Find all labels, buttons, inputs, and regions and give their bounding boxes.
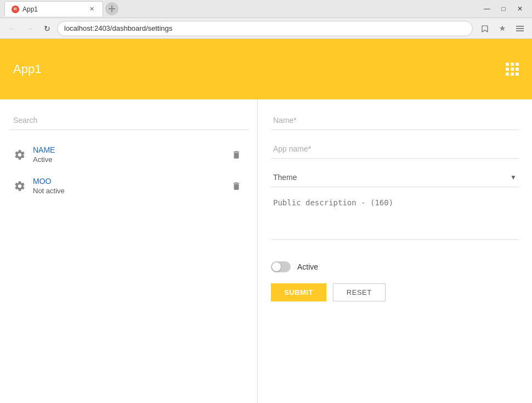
name-field — [271, 110, 519, 130]
toggle-knob — [272, 262, 281, 271]
active-row: Active — [271, 261, 519, 272]
app-info: MOO Not active — [33, 177, 222, 195]
gear-icon — [13, 180, 26, 193]
forward-button[interactable]: → — [22, 21, 37, 36]
nav-bar: ← → ↻ — [0, 18, 532, 38]
list-item[interactable]: NAME Active — [9, 139, 248, 170]
search-input[interactable] — [9, 110, 248, 130]
theme-label: Theme — [273, 173, 510, 182]
svg-rect-3 — [516, 28, 524, 29]
close-button[interactable]: ✕ — [512, 1, 528, 16]
grid-icon[interactable] — [506, 63, 519, 76]
app-name: NAME — [33, 145, 222, 154]
left-panel: NAME Active MOO Not active — [0, 99, 258, 403]
window-controls: — □ ✕ — [479, 1, 528, 16]
address-bar[interactable] — [57, 21, 473, 36]
app-name: MOO — [33, 177, 222, 186]
reset-button[interactable]: RESET — [333, 283, 386, 301]
chevron-down-icon: ▼ — [510, 173, 517, 181]
app-name-field — [271, 139, 519, 159]
app-info: NAME Active — [33, 145, 222, 164]
svg-rect-1 — [109, 8, 115, 9]
app-header: App1 — [0, 39, 532, 99]
browser-chrome: R App1 ✕ — □ ✕ ← → ↻ — [0, 0, 532, 39]
theme-select[interactable]: Theme ▼ — [271, 167, 519, 187]
tab-title: App1 — [22, 5, 38, 13]
right-panel: Theme ▼ Active SUBMIT RESET — [258, 99, 532, 403]
app-name-input[interactable] — [271, 139, 519, 159]
tab-close-button[interactable]: ✕ — [87, 5, 96, 14]
new-tab-button[interactable] — [105, 2, 118, 15]
title-bar: R App1 ✕ — □ ✕ — [0, 0, 532, 18]
name-input[interactable] — [271, 110, 519, 130]
svg-rect-2 — [516, 26, 524, 27]
description-field — [271, 196, 519, 250]
description-input[interactable] — [271, 196, 519, 240]
gear-icon — [13, 148, 26, 161]
button-row: SUBMIT RESET — [271, 283, 519, 301]
active-label: Active — [297, 262, 318, 271]
active-toggle[interactable] — [271, 261, 291, 272]
app-status: Active — [33, 155, 222, 164]
tab-favicon: R — [12, 5, 19, 13]
main-content: NAME Active MOO Not active — [0, 99, 532, 403]
bookmark-icon[interactable] — [477, 21, 493, 36]
nav-icons — [477, 21, 528, 36]
maximize-button[interactable]: □ — [496, 1, 511, 16]
minimize-button[interactable]: — — [479, 1, 495, 16]
submit-button[interactable]: SUBMIT — [271, 283, 326, 301]
star-icon[interactable] — [495, 21, 510, 36]
svg-rect-4 — [516, 30, 524, 31]
delete-icon[interactable] — [229, 178, 244, 194]
menu-icon[interactable] — [512, 21, 528, 36]
back-button[interactable]: ← — [4, 21, 20, 36]
list-item[interactable]: MOO Not active — [9, 170, 248, 201]
refresh-button[interactable]: ↻ — [39, 21, 55, 36]
delete-icon[interactable] — [229, 147, 244, 163]
app-title: App1 — [13, 62, 41, 76]
app-status: Not active — [33, 187, 222, 195]
browser-tab[interactable]: R App1 ✕ — [4, 1, 103, 16]
